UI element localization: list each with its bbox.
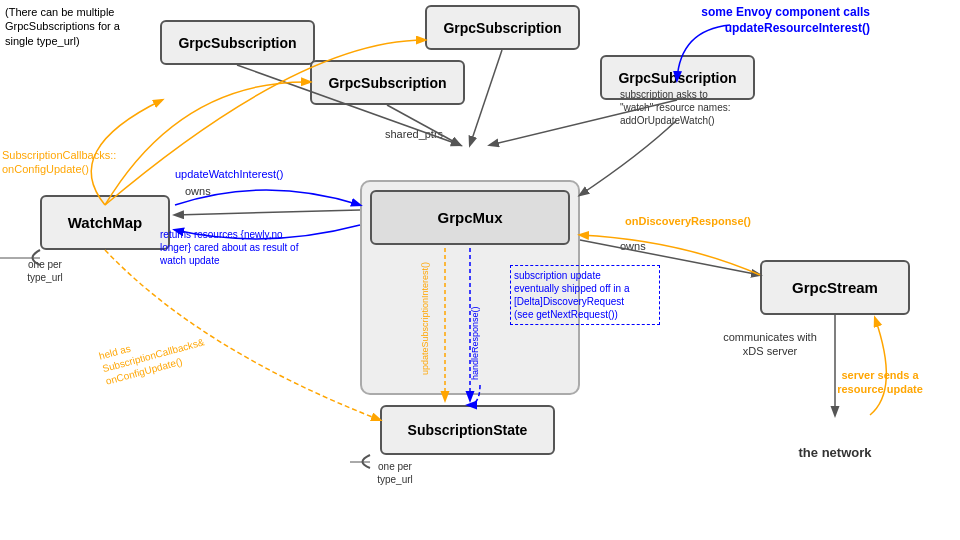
one-per-type-url-bottom: one per type_url (365, 460, 425, 486)
grpcstream-box: GrpcStream (760, 260, 910, 315)
owns-watchmap-label: owns (185, 185, 211, 197)
on-discovery-response-label: onDiscoveryResponse() (625, 215, 751, 227)
svg-line-10 (175, 210, 360, 215)
grpc-sub-top-right: GrpcSubscription (600, 55, 755, 100)
grpcmux-box: GrpcMux (370, 190, 570, 245)
communicates-with-label: communicates with xDS server (695, 330, 845, 359)
grpc-sub-mid-left: GrpcSubscription (310, 60, 465, 105)
envoy-call-label: some Envoy component calls updateResourc… (670, 5, 870, 36)
grpc-sub-top-mid: GrpcSubscription (425, 5, 580, 50)
svg-line-9 (387, 105, 460, 145)
one-per-type-url-top: one per type_url (15, 258, 75, 284)
subscription-state-box: SubscriptionState (380, 405, 555, 455)
owns-grpcstream-label: owns (620, 240, 646, 252)
held-as-label: held as SubscriptionCallbacks& onConfigU… (98, 311, 253, 387)
watchmap-box: WatchMap (40, 195, 170, 250)
grpc-sub-top-left: GrpcSubscription (160, 20, 315, 65)
server-sends-label: server sends a resource update (820, 368, 940, 397)
the-network-cloud (730, 415, 920, 510)
svg-line-11 (580, 240, 760, 275)
subscription-callbacks-label: SubscriptionCallbacks:: onConfigUpdate() (2, 148, 182, 177)
svg-line-8 (490, 100, 677, 145)
returns-resources-label: returns resources {newly,no longer} care… (160, 228, 345, 267)
top-left-note: (There can be multiple GrpcSubscriptions… (5, 5, 150, 48)
shared-ptrs-label: shared_ptrs (385, 128, 443, 140)
svg-line-7 (470, 50, 502, 145)
update-watch-interest-label: updateWatchInterest() (175, 168, 283, 180)
